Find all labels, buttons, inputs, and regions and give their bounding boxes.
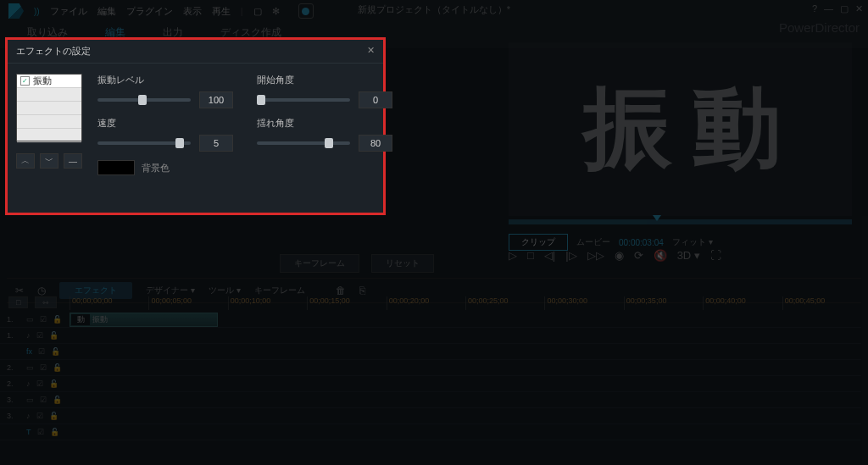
param1-value[interactable]: 100 <box>199 91 233 108</box>
remove-icon[interactable]: — <box>64 153 82 169</box>
effect-list[interactable]: ✓ 振動 <box>16 74 82 141</box>
mute-icon[interactable]: 🔇 <box>654 249 667 262</box>
trash-icon[interactable]: 🗑 <box>336 285 346 296</box>
keyframe-button[interactable]: キーフレーム <box>280 254 359 273</box>
menu-view[interactable]: 表示 <box>183 5 202 18</box>
effect-settings-panel: エフェクトの設定 ✕ ✓ 振動 ︿ ﹀ — 振動レベル 100 <box>5 37 386 215</box>
designer-dropdown[interactable]: デザイナー ▾ <box>146 285 195 296</box>
video-track-icon: ▭ <box>26 315 34 324</box>
param2-slider[interactable] <box>257 98 350 102</box>
signal-icon: )) <box>34 7 40 16</box>
clip-thumb: 動 <box>71 314 90 325</box>
param3-value[interactable]: 5 <box>199 135 233 152</box>
param4-label: 揺れ角度 <box>257 117 392 130</box>
param1-slider[interactable] <box>97 98 191 102</box>
menu-settings-icon[interactable]: ✻ <box>272 6 280 17</box>
minimize-icon[interactable]: — <box>824 3 833 14</box>
zoom-mode-a[interactable]: □ <box>8 296 28 308</box>
timeline-clip[interactable]: 動 振動 <box>70 313 218 327</box>
menu-play[interactable]: 再生 <box>212 5 231 18</box>
stop-icon[interactable]: □ <box>527 249 534 262</box>
close-icon[interactable]: ✕ <box>855 3 863 14</box>
move-up-icon[interactable]: ︿ <box>16 153 35 169</box>
menu-box-icon[interactable]: ▢ <box>253 6 262 17</box>
prev-frame-icon[interactable]: ◁| <box>544 249 555 262</box>
tool-dropdown[interactable]: ツール ▾ <box>209 285 241 296</box>
fullscreen-icon[interactable]: ⛶ <box>710 249 721 262</box>
bg-color-swatch[interactable] <box>97 160 135 175</box>
timecode: 00:00:03:04 <box>619 238 664 247</box>
clip-label: 振動 <box>92 313 217 326</box>
preview-char1: 振 <box>583 69 669 189</box>
help-icon[interactable]: ? <box>812 3 817 14</box>
track-row[interactable]: 1.▭☑🔓 動 振動 <box>0 312 861 328</box>
playhead-icon[interactable] <box>653 215 661 221</box>
move-down-icon[interactable]: ﹀ <box>40 153 58 169</box>
menu-plugin[interactable]: プラグイン <box>126 5 173 18</box>
split-icon[interactable]: ✂ <box>15 285 24 296</box>
time-ruler[interactable]: 00;00;00;0000;00;05;00 00;00;10;0000;00;… <box>70 296 861 310</box>
menu-file[interactable]: ファイル <box>50 5 87 18</box>
fit-dropdown[interactable]: フィット ▾ <box>672 236 713 248</box>
reset-button[interactable]: リセット <box>371 254 434 273</box>
timeline-tracks: 1.▭☑🔓 動 振動 1.♪☑🔓 fx☑🔓 2.▭☑🔓 2.♪☑🔓 3.▭☑🔓 … <box>0 312 861 440</box>
panel-close-icon[interactable]: ✕ <box>367 45 375 58</box>
lock-icon[interactable]: 🔓 <box>53 315 62 324</box>
keyframe-link[interactable]: キーフレーム <box>254 285 305 296</box>
maximize-icon[interactable]: ▢ <box>840 3 849 14</box>
range-movie[interactable]: ムービー <box>576 236 610 248</box>
preview-viewport: 振 動 <box>509 42 852 216</box>
param2-value[interactable]: 0 <box>359 91 392 108</box>
snapshot-icon[interactable]: ◉ <box>615 249 624 262</box>
record-icon[interactable] <box>298 3 314 19</box>
3d-dropdown[interactable]: 3D ▾ <box>677 249 700 262</box>
history-icon[interactable]: ◷ <box>37 285 46 296</box>
param3-slider[interactable] <box>97 141 191 145</box>
preview-char2: 動 <box>693 69 778 189</box>
zoom-mode-b[interactable]: ⇿ <box>35 296 57 308</box>
fast-fwd-icon[interactable]: ▷▷ <box>587 249 604 262</box>
effect-item-label: 振動 <box>33 75 52 87</box>
param1-label: 振動レベル <box>97 74 233 86</box>
app-logo-icon <box>8 3 24 19</box>
param3-label: 速度 <box>97 117 233 130</box>
scrub-bar[interactable] <box>509 219 852 224</box>
effect-checkbox[interactable]: ✓ <box>20 76 30 86</box>
play-icon[interactable]: ▷ <box>509 249 517 262</box>
param4-slider[interactable] <box>257 141 350 145</box>
window-title: 新規プロジェクト（タイトルなし）* <box>358 3 510 16</box>
bg-color-label: 背景色 <box>142 162 170 174</box>
param4-value[interactable]: 80 <box>359 135 392 152</box>
effect-list-item[interactable]: ✓ 振動 <box>17 75 81 88</box>
param2-label: 開始角度 <box>257 74 392 86</box>
panel-title: エフェクトの設定 <box>16 45 91 58</box>
next-frame-icon[interactable]: |▷ <box>565 249 576 262</box>
loop-icon[interactable]: ⟳ <box>634 249 643 262</box>
menu-edit[interactable]: 編集 <box>97 5 116 18</box>
range-clip[interactable]: クリップ <box>509 234 568 251</box>
copy-icon[interactable]: ⎘ <box>359 285 365 296</box>
